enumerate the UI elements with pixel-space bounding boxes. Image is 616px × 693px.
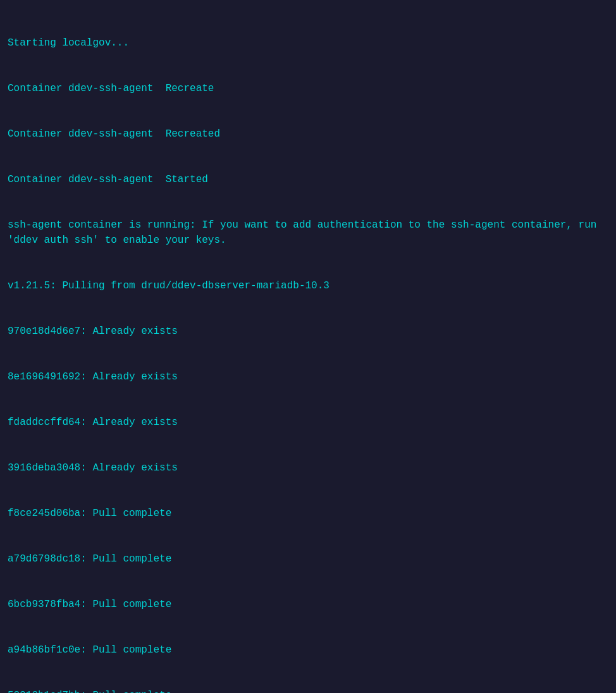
terminal-line-7: 970e18d4d6e7: Already exists — [8, 324, 608, 339]
terminal-line-9: fdaddccffd64: Already exists — [8, 415, 608, 430]
terminal-line-12: a79d6798dc18: Pull complete — [8, 551, 608, 567]
terminal-output: Starting localgov... Container ddev-ssh-… — [8, 5, 608, 693]
terminal-line-8: 8e1696491692: Already exists — [8, 369, 608, 384]
terminal-line-15: 52912b1ed7bb: Pull complete — [8, 688, 608, 693]
terminal-line-14: a94b86bf1c0e: Pull complete — [8, 642, 608, 658]
terminal-line-5: ssh-agent container is running: If you w… — [8, 218, 608, 248]
terminal-line-2: Container ddev-ssh-agent Recreate — [8, 81, 608, 96]
terminal-line-4: Container ddev-ssh-agent Started — [8, 172, 608, 187]
terminal-line-11: f8ce245d06ba: Pull complete — [8, 506, 608, 521]
terminal-line-13: 6bcb9378fba4: Pull complete — [8, 597, 608, 612]
terminal-line-3: Container ddev-ssh-agent Recreated — [8, 126, 608, 142]
terminal-line-6: v1.21.5: Pulling from drud/ddev-dbserver… — [8, 278, 608, 293]
terminal-line-1: Starting localgov... — [8, 35, 608, 51]
terminal-line-10: 3916deba3048: Already exists — [8, 460, 608, 475]
